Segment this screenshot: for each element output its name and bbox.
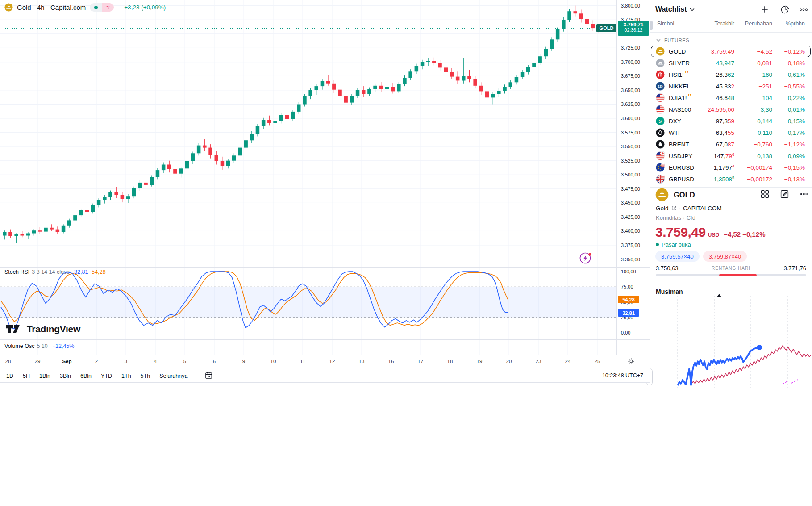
watchlist-row-nas100[interactable]: NAS10024.595,003,300,01% <box>650 104 812 115</box>
range-button-5th[interactable]: 5Th <box>141 373 150 379</box>
detail-exchange[interactable]: CAPITALCOM <box>683 205 722 212</box>
time-axis-label: 24 <box>565 359 571 364</box>
price-axis-label: 3.525,00 <box>621 158 640 163</box>
range-button-ytd[interactable]: YTD <box>101 373 112 379</box>
price-axis-label: 3.500,00 <box>621 172 640 177</box>
range-button-1bln[interactable]: 1Bln <box>39 373 50 379</box>
stoch-d-value: 54,28 <box>92 269 105 275</box>
price-axis[interactable]: 3.800,003.775,003.725,003.700,003.675,00… <box>616 0 650 382</box>
flag-column-marker[interactable] <box>650 21 653 30</box>
watchlist-row-nikkei[interactable]: 225NIKKEI45.332−251−0,55% <box>650 80 812 92</box>
row-symbol: DXY <box>669 118 681 125</box>
price-axis-label: 3.625,00 <box>621 101 640 107</box>
price-axis-label: 3.575,00 <box>621 130 640 135</box>
detail-change: −4,52 −0,12% <box>724 230 765 238</box>
ask-pill[interactable]: 3.759,87×40 <box>703 251 747 262</box>
watchlist-row-eurusd[interactable]: EURUSD1,17974−0,00174−0,15% <box>650 162 812 173</box>
watchlist-more-menu-icon[interactable] <box>799 5 808 15</box>
clock-timezone[interactable]: 10:23:48 UTC+7 <box>602 372 643 379</box>
candlestick-chart[interactable] <box>0 0 616 267</box>
row-last: 1,35085 <box>714 176 734 183</box>
row-symbol: GBPUSD <box>669 176 694 183</box>
row-change: 0,110 <box>758 130 772 136</box>
symbol-title[interactable]: Gold · 4h · Capital.com <box>17 4 86 11</box>
time-axis-label: 17 <box>418 359 424 364</box>
stoch-rsi-title[interactable]: Stoch RSI <box>4 269 29 275</box>
column-change[interactable]: Perubahan <box>745 21 772 27</box>
watchlist-row-gbpusd[interactable]: GBPUSD1,35085−0,00172−0,13% <box>650 173 812 185</box>
watchlist-row-dxy[interactable]: SDXY97,3590,1440,15% <box>650 115 812 127</box>
stoch-rsi-pane[interactable] <box>0 267 616 340</box>
detail-instrument: Cfd <box>687 214 695 221</box>
layout-grid-icon[interactable] <box>760 189 770 199</box>
axis-settings-gear-icon[interactable] <box>627 357 635 365</box>
range-button-5h[interactable]: 5H <box>23 373 30 379</box>
seasonal-chart[interactable] <box>650 293 812 395</box>
watchlist-row-wti[interactable]: WTI63,4550,1100,17% <box>650 127 812 138</box>
detail-symbol[interactable]: GOLD <box>674 191 695 199</box>
row-change-pct: 0,17% <box>788 130 805 136</box>
volume-osc-params: 5 10 <box>37 343 47 349</box>
price-axis-label: 3.400,00 <box>621 228 640 234</box>
notes-edit-icon[interactable] <box>780 189 790 199</box>
time-axis-label: 29 <box>35 359 41 364</box>
range-button-6bln[interactable]: 6Bln <box>80 373 92 379</box>
add-symbol-button[interactable] <box>760 5 770 15</box>
watchlist-row-hsi1[interactable]: HSI1!D26.3621600,61% <box>650 69 812 80</box>
pane-separator[interactable] <box>0 267 650 268</box>
price-axis-label: 3.800,00 <box>621 3 640 8</box>
watchlist-title[interactable]: Watchlist <box>655 5 695 13</box>
column-symbol[interactable]: Simbol <box>657 21 674 27</box>
range-button-3bln[interactable]: 3Bln <box>60 373 71 379</box>
divider <box>650 32 812 33</box>
chart-legend: Gold · 4h · Capital.com ≈ +3,23 (+0,09%) <box>4 3 166 12</box>
column-pct[interactable]: %prbhn <box>786 21 805 27</box>
column-last[interactable]: Terakhir <box>715 21 734 27</box>
detail-currency: USD <box>708 232 719 238</box>
range-button-1d[interactable]: 1D <box>6 373 13 379</box>
volume-osc-title[interactable]: Volume Osc <box>4 343 34 349</box>
goto-date-calendar-icon[interactable] <box>204 371 213 380</box>
wti-icon <box>656 128 665 137</box>
tradingview-logo-icon <box>5 323 23 335</box>
watchlist-row-silver[interactable]: SILVER43,947−0,081−0,18% <box>650 57 812 69</box>
watchlist-row-brent[interactable]: BRENT67,087−0,760−1,12% <box>650 138 812 150</box>
row-change: −0,00172 <box>747 176 772 183</box>
time-axis-label: 13 <box>359 359 365 364</box>
row-symbol: NAS100 <box>669 106 691 113</box>
osc-axis-label: 0,00 <box>621 330 630 335</box>
market-status: Pasar buka <box>656 241 691 248</box>
watchlist-row-djia1[interactable]: DJIA1!D46.6481040,22% <box>650 92 812 104</box>
silver-icon <box>656 59 665 67</box>
time-axis-label: 19 <box>477 359 483 364</box>
delayed-badge: D <box>685 69 688 74</box>
row-last: 46.648 <box>716 95 734 101</box>
time-axis[interactable]: 2829Sep234569101112131617181920232425 <box>0 355 650 368</box>
detail-name[interactable]: Gold <box>656 205 669 212</box>
chevron-down-icon <box>690 8 695 11</box>
usflag-icon <box>656 93 665 102</box>
row-symbol: HSI1!D <box>669 71 687 78</box>
range-button-seluruhnya[interactable]: Seluruhnya <box>159 373 187 379</box>
section-futures[interactable]: FUTURES <box>656 36 689 45</box>
row-change-pct: 0,22% <box>788 95 805 101</box>
watchlist-rows: GOLD3.759,49−4,52−0,12%SILVER43,947−0,08… <box>650 46 812 185</box>
detail-more-menu-icon[interactable] <box>799 189 809 199</box>
market-status-pill[interactable]: ≈ <box>90 3 114 12</box>
bid-pill[interactable]: 3.759,57×40 <box>655 251 700 262</box>
eurusd-icon <box>656 163 665 172</box>
row-symbol: SILVER <box>669 60 690 67</box>
time-axis-label: 10 <box>271 359 276 364</box>
pane-separator[interactable] <box>0 339 650 340</box>
heatmap-pie-icon[interactable] <box>780 5 790 15</box>
section-label: FUTURES <box>664 38 689 43</box>
flash-trade-icon[interactable] <box>579 251 593 265</box>
watchlist-row-usdjpy[interactable]: USDJPY147,7960,1380,09% <box>650 150 812 162</box>
external-link-icon[interactable] <box>671 205 677 211</box>
row-change: −0,760 <box>754 141 772 148</box>
row-change: 160 <box>762 71 772 78</box>
toolbar-divider <box>197 372 197 379</box>
time-axis-label: 23 <box>536 359 541 364</box>
range-button-1th[interactable]: 1Th <box>121 373 131 379</box>
watchlist-row-gold[interactable]: GOLD3.759,49−4,52−0,12% <box>650 46 812 57</box>
